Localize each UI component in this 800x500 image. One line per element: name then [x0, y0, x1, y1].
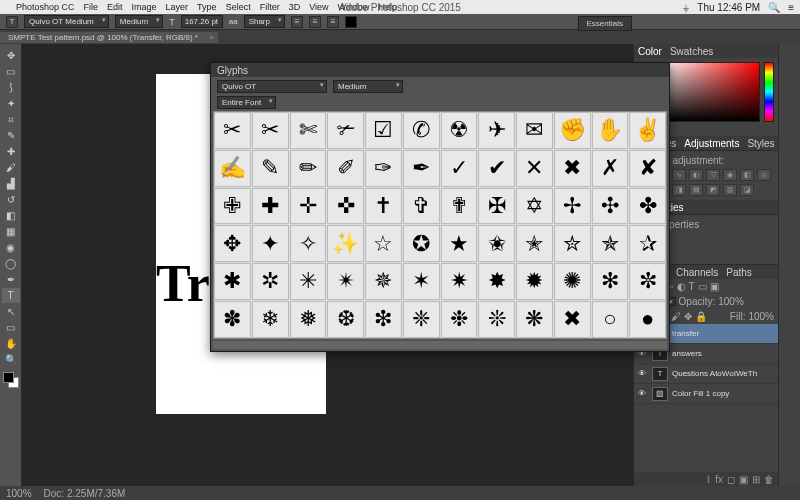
shape-tool-icon[interactable]: ▭ — [2, 320, 20, 335]
layer-name[interactable]: answers — [672, 349, 702, 358]
brush-tool-icon[interactable]: 🖌 — [2, 160, 20, 175]
glyph-cell[interactable]: ✒ — [403, 150, 440, 187]
glyph-cell[interactable]: ✵ — [365, 263, 402, 300]
glyph-cell[interactable]: ❄ — [252, 301, 289, 338]
eyedropper-tool-icon[interactable]: ✎ — [2, 128, 20, 143]
adj-invert-icon[interactable]: ◨ — [672, 184, 686, 196]
glyph-cell[interactable]: ✂ — [214, 112, 251, 149]
glyph-cell[interactable]: ✋ — [592, 112, 629, 149]
glyph-cell[interactable]: ✹ — [516, 263, 553, 300]
glyph-cell[interactable]: ● — [629, 301, 666, 338]
glyph-cell[interactable]: ☑ — [365, 112, 402, 149]
adj-selective-icon[interactable]: ◪ — [740, 184, 754, 196]
spotlight-icon[interactable]: 🔍 — [768, 2, 780, 13]
glyph-cell[interactable]: ✺ — [554, 263, 591, 300]
lock-all-icon[interactable]: 🔒 — [695, 311, 707, 322]
glyph-cell[interactable]: ✗ — [592, 150, 629, 187]
glyph-cell[interactable]: ✉ — [516, 112, 553, 149]
glyph-cell[interactable]: ✌ — [629, 112, 666, 149]
glyph-cell[interactable]: ✠ — [478, 188, 515, 225]
glyph-cell[interactable]: ✴ — [327, 263, 364, 300]
glyph-cell[interactable]: ✓ — [441, 150, 478, 187]
pen-tool-icon[interactable]: ✒ — [2, 272, 20, 287]
glyph-cell[interactable]: ✆ — [403, 112, 440, 149]
heal-tool-icon[interactable]: ✚ — [2, 144, 20, 159]
menu-filter[interactable]: Filter — [260, 2, 280, 12]
fx-icon[interactable]: fx — [715, 474, 723, 485]
glyph-cell[interactable]: ✳ — [290, 263, 327, 300]
marquee-tool-icon[interactable]: ▭ — [2, 64, 20, 79]
dodge-tool-icon[interactable]: ◯ — [2, 256, 20, 271]
glyph-cell[interactable]: ✘ — [629, 150, 666, 187]
glyph-cell[interactable]: ✧ — [290, 225, 327, 262]
glyph-cell[interactable]: ❊ — [478, 301, 515, 338]
menu-edit[interactable]: Edit — [107, 2, 123, 12]
adj-photo-filter-icon[interactable]: ◎ — [757, 169, 771, 181]
color-picker-field[interactable] — [660, 62, 760, 122]
glyph-cell[interactable]: ✚ — [252, 188, 289, 225]
filter-shape-icon[interactable]: ▭ — [698, 281, 707, 292]
layer-row[interactable]: 👁▧Color Fill 1 copy — [634, 384, 778, 404]
font-style-select[interactable]: Medium — [115, 15, 163, 28]
glyph-cell[interactable]: ★ — [441, 225, 478, 262]
canvas-text-layer[interactable]: Tr — [156, 254, 210, 313]
glyph-cell[interactable]: ❋ — [516, 301, 553, 338]
glyph-cell[interactable]: ✎ — [252, 150, 289, 187]
hand-tool-icon[interactable]: ✋ — [2, 336, 20, 351]
notification-icon[interactable]: ≡ — [788, 2, 794, 13]
glyph-cell[interactable]: ✍ — [214, 150, 251, 187]
tab-paths[interactable]: Paths — [726, 267, 752, 278]
wifi-icon[interactable]: ⏚ — [683, 2, 689, 13]
glyph-cell[interactable]: ✞ — [403, 188, 440, 225]
glyph-cell[interactable]: ✯ — [592, 225, 629, 262]
glyph-cell[interactable]: ✂ — [252, 112, 289, 149]
menu-type[interactable]: Type — [197, 2, 217, 12]
glyph-cell[interactable]: ✕ — [516, 150, 553, 187]
glyph-cell[interactable]: ○ — [592, 301, 629, 338]
blur-tool-icon[interactable]: ◉ — [2, 240, 20, 255]
history-brush-icon[interactable]: ↺ — [2, 192, 20, 207]
glyph-cell[interactable]: ✥ — [214, 225, 251, 262]
glyph-cell[interactable]: ✭ — [516, 225, 553, 262]
glyph-cell[interactable]: ✶ — [403, 263, 440, 300]
menu-3d[interactable]: 3D — [289, 2, 301, 12]
filter-adj-icon[interactable]: ◐ — [677, 281, 686, 292]
glyph-cell[interactable]: ☢ — [441, 112, 478, 149]
tab-styles[interactable]: Styles — [747, 138, 774, 149]
lasso-tool-icon[interactable]: ⟆ — [2, 80, 20, 95]
glyph-cell[interactable]: ✟ — [441, 188, 478, 225]
tab-channels[interactable]: Channels — [676, 267, 718, 278]
mask-icon[interactable]: ◻ — [727, 474, 735, 485]
lock-pos-icon[interactable]: ✥ — [684, 311, 692, 322]
document-tab[interactable]: SMPTE Test pattern.psd @ 100% (Transfer,… — [0, 32, 218, 43]
collapsed-dock[interactable] — [778, 44, 800, 486]
glyph-cell[interactable]: ✈ — [478, 112, 515, 149]
filter-smart-icon[interactable]: ▣ — [710, 281, 719, 292]
lock-pixel-icon[interactable]: 🖌 — [671, 311, 681, 322]
glyph-cell[interactable]: ✷ — [441, 263, 478, 300]
filter-pixel-icon[interactable]: ▫ — [670, 281, 674, 292]
glyph-cell[interactable]: ✐ — [327, 150, 364, 187]
glyph-cell[interactable]: ✽ — [214, 301, 251, 338]
glyph-cell[interactable]: ✏ — [290, 150, 327, 187]
glyph-cell[interactable]: ❉ — [441, 301, 478, 338]
glyph-cell[interactable]: ✄ — [290, 112, 327, 149]
glyph-cell[interactable]: ✜ — [327, 188, 364, 225]
path-tool-icon[interactable]: ↖ — [2, 304, 20, 319]
hue-slider[interactable] — [764, 62, 774, 122]
menu-file[interactable]: File — [84, 2, 99, 12]
glyph-cell[interactable]: ❆ — [327, 301, 364, 338]
glyph-cell[interactable]: ✣ — [592, 188, 629, 225]
tab-adjustments[interactable]: Adjustments — [684, 138, 739, 149]
menu-layer[interactable]: Layer — [166, 2, 189, 12]
adj-exposure-icon[interactable]: ◐ — [689, 169, 703, 181]
glyphs-style-select[interactable]: Medium — [333, 80, 403, 93]
visibility-icon[interactable]: 👁 — [638, 389, 648, 398]
glyph-cell[interactable]: ✦ — [252, 225, 289, 262]
doc-size[interactable]: Doc: 2.25M/7.36M — [44, 488, 126, 499]
glyph-cell[interactable]: ✡ — [516, 188, 553, 225]
menu-select[interactable]: Select — [226, 2, 251, 12]
crop-tool-icon[interactable]: ⌗ — [2, 112, 20, 127]
glyph-cell[interactable]: ✙ — [214, 188, 251, 225]
glyph-cell[interactable]: ✻ — [592, 263, 629, 300]
